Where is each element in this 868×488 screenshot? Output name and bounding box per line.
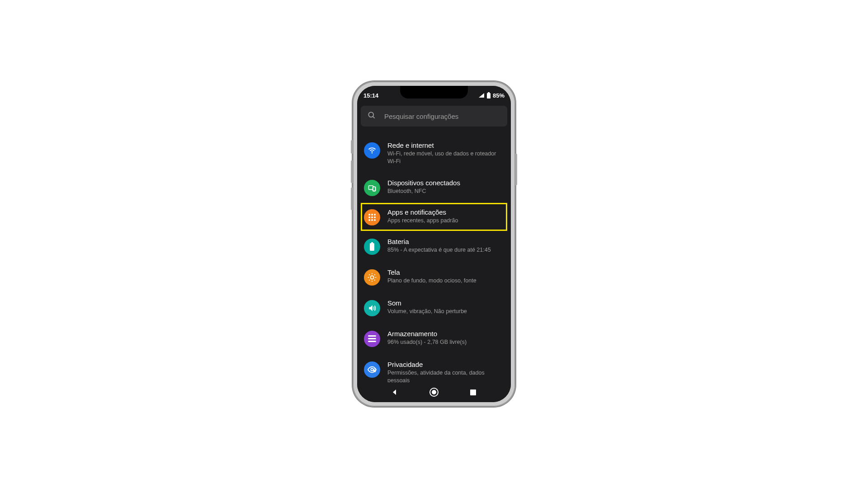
settings-item-title: Privacidade	[387, 361, 504, 368]
svg-point-4	[372, 153, 373, 154]
signal-icon	[478, 93, 485, 98]
settings-item-title: Tela	[387, 268, 504, 276]
apps-icon	[364, 209, 380, 225]
nav-back-button[interactable]	[386, 383, 404, 401]
screen: 15:14 85%	[357, 86, 511, 402]
phone-frame: 15:14 85%	[353, 81, 515, 407]
settings-item-title: Som	[387, 299, 504, 307]
settings-item-storage[interactable]: Armazenamento96% usado(s) - 2,78 GB livr…	[361, 323, 507, 354]
settings-item-subtitle: Wi-Fi, rede móvel, uso de dados e rotead…	[387, 150, 504, 165]
nav-home-button[interactable]	[425, 383, 443, 401]
display-icon	[364, 269, 380, 286]
svg-rect-12	[373, 370, 376, 372]
svg-rect-9	[370, 243, 374, 251]
settings-item-subtitle: Permissões, atividade da conta, dados pe…	[387, 369, 504, 382]
settings-item-subtitle: Bluetooth, NFC	[387, 188, 504, 195]
settings-item-subtitle: Apps recentes, apps padrão	[387, 217, 504, 225]
storage-icon	[364, 331, 380, 347]
settings-item-text: PrivacidadePermissões, atividade da cont…	[387, 361, 504, 382]
settings-item-title: Dispositivos conectados	[387, 179, 504, 187]
status-right: 85%	[478, 92, 505, 99]
svg-line-3	[373, 117, 375, 118]
settings-item-sound[interactable]: SomVolume, vibração, Não perturbe	[361, 292, 507, 323]
svg-rect-15	[470, 389, 476, 395]
settings-item-title: Apps e notificações	[387, 208, 504, 216]
privacy-icon	[364, 361, 380, 378]
settings-item-subtitle: Plano de fundo, modo ocioso, fonte	[387, 277, 504, 285]
settings-item-network[interactable]: Rede e internetWi-Fi, rede móvel, uso de…	[361, 135, 507, 172]
settings-item-display[interactable]: TelaPlano de fundo, modo ocioso, fonte	[361, 262, 507, 292]
settings-item-connected[interactable]: Dispositivos conectadosBluetooth, NFC	[361, 172, 507, 203]
search-icon	[367, 111, 376, 122]
svg-point-14	[432, 390, 436, 394]
settings-content: Pesquisar configurações Rede e internetW…	[357, 102, 511, 382]
settings-item-subtitle: 85% - A expectativa é que dure até 21:45	[387, 246, 504, 254]
side-button	[351, 140, 353, 154]
settings-item-text: TelaPlano de fundo, modo ocioso, fonte	[387, 268, 504, 285]
settings-list: Rede e internetWi-Fi, rede móvel, uso de…	[361, 135, 507, 382]
side-button	[351, 160, 353, 183]
svg-point-11	[371, 368, 373, 371]
settings-item-battery[interactable]: Bateria85% - A expectativa é que dure at…	[361, 231, 507, 262]
svg-point-2	[368, 112, 373, 117]
navigation-bar	[357, 382, 511, 402]
settings-item-text: Rede e internetWi-Fi, rede móvel, uso de…	[387, 141, 504, 165]
settings-item-privacy[interactable]: PrivacidadePermissões, atividade da cont…	[361, 354, 507, 382]
search-bar[interactable]: Pesquisar configurações	[361, 106, 507, 127]
side-button	[351, 188, 353, 210]
sound-icon	[364, 300, 380, 316]
wifi-icon	[364, 142, 380, 159]
phone-notch	[400, 86, 468, 99]
settings-item-title: Armazenamento	[387, 330, 504, 338]
settings-item-text: Bateria85% - A expectativa é que dure at…	[387, 238, 504, 254]
devices-icon	[364, 180, 380, 196]
svg-rect-6	[373, 187, 376, 191]
settings-item-text: Armazenamento96% usado(s) - 2,78 GB livr…	[387, 330, 504, 346]
settings-item-title: Rede e internet	[387, 141, 504, 149]
settings-item-text: Dispositivos conectadosBluetooth, NFC	[387, 179, 504, 195]
settings-item-subtitle: Volume, vibração, Não perturbe	[387, 308, 504, 315]
side-button	[515, 154, 517, 185]
svg-rect-1	[487, 93, 491, 99]
svg-rect-0	[488, 92, 490, 93]
battery-percent: 85%	[493, 92, 505, 99]
nav-recents-button[interactable]	[464, 383, 482, 401]
svg-point-10	[370, 276, 373, 279]
battery-icon	[364, 239, 380, 255]
search-placeholder: Pesquisar configurações	[384, 113, 458, 120]
svg-rect-8	[371, 242, 373, 243]
settings-item-text: Apps e notificaçõesApps recentes, apps p…	[387, 208, 504, 225]
status-time: 15:14	[363, 92, 378, 99]
settings-item-apps[interactable]: Apps e notificaçõesApps recentes, apps p…	[361, 203, 507, 231]
settings-item-subtitle: 96% usado(s) - 2,78 GB livre(s)	[387, 338, 504, 346]
settings-item-text: SomVolume, vibração, Não perturbe	[387, 299, 504, 315]
settings-item-title: Bateria	[387, 238, 504, 245]
battery-icon	[486, 92, 491, 99]
